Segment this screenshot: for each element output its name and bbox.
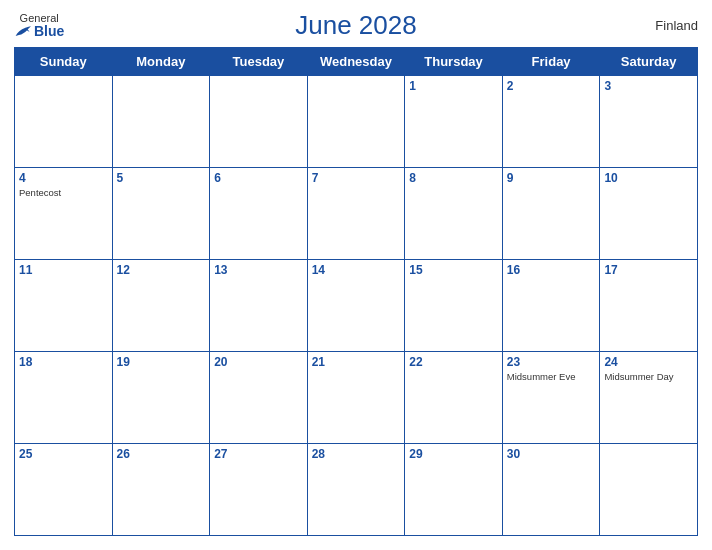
day-number: 9	[507, 171, 596, 185]
calendar-cell: 27	[210, 444, 308, 536]
header-sunday: Sunday	[15, 48, 113, 76]
calendar-cell: 12	[112, 260, 210, 352]
header-tuesday: Tuesday	[210, 48, 308, 76]
day-number: 8	[409, 171, 498, 185]
day-number: 30	[507, 447, 596, 461]
holiday-name: Midsummer Day	[604, 371, 693, 382]
logo: General Blue	[14, 13, 64, 38]
calendar-cell: 10	[600, 168, 698, 260]
calendar-cell: 28	[307, 444, 405, 536]
calendar-wrapper: General Blue June 2028 Finland Sunday Mo…	[0, 0, 712, 550]
holiday-name: Midsummer Eve	[507, 371, 596, 382]
header-wednesday: Wednesday	[307, 48, 405, 76]
header-saturday: Saturday	[600, 48, 698, 76]
day-number: 26	[117, 447, 206, 461]
day-number: 22	[409, 355, 498, 369]
calendar-cell: 20	[210, 352, 308, 444]
day-number: 1	[409, 79, 498, 93]
calendar-cell	[210, 76, 308, 168]
calendar-cell: 21	[307, 352, 405, 444]
day-number: 16	[507, 263, 596, 277]
holiday-name: Pentecost	[19, 187, 108, 198]
day-number: 14	[312, 263, 401, 277]
day-number: 15	[409, 263, 498, 277]
calendar-cell: 25	[15, 444, 113, 536]
day-number: 23	[507, 355, 596, 369]
calendar-week-row: 4Pentecost5678910	[15, 168, 698, 260]
calendar-cell: 11	[15, 260, 113, 352]
header-monday: Monday	[112, 48, 210, 76]
calendar-cell: 26	[112, 444, 210, 536]
calendar-cell: 13	[210, 260, 308, 352]
calendar-week-row: 252627282930	[15, 444, 698, 536]
calendar-header: General Blue June 2028 Finland	[14, 10, 698, 41]
calendar-cell	[15, 76, 113, 168]
day-number: 17	[604, 263, 693, 277]
day-number: 29	[409, 447, 498, 461]
calendar-week-row: 181920212223Midsummer Eve24Midsummer Day	[15, 352, 698, 444]
weekday-header-row: Sunday Monday Tuesday Wednesday Thursday…	[15, 48, 698, 76]
logo-blue-text: Blue	[14, 24, 64, 38]
day-number: 24	[604, 355, 693, 369]
calendar-cell: 4Pentecost	[15, 168, 113, 260]
header-friday: Friday	[502, 48, 600, 76]
header-thursday: Thursday	[405, 48, 503, 76]
day-number: 3	[604, 79, 693, 93]
calendar-week-row: 11121314151617	[15, 260, 698, 352]
calendar-cell	[307, 76, 405, 168]
calendar-cell: 15	[405, 260, 503, 352]
day-number: 27	[214, 447, 303, 461]
day-number: 5	[117, 171, 206, 185]
calendar-cell: 3	[600, 76, 698, 168]
calendar-cell: 6	[210, 168, 308, 260]
calendar-cell: 19	[112, 352, 210, 444]
calendar-cell: 29	[405, 444, 503, 536]
day-number: 4	[19, 171, 108, 185]
country-label: Finland	[655, 18, 698, 33]
calendar-cell: 8	[405, 168, 503, 260]
day-number: 25	[19, 447, 108, 461]
calendar-cell: 30	[502, 444, 600, 536]
calendar-title: June 2028	[295, 10, 416, 41]
day-number: 20	[214, 355, 303, 369]
calendar-cell	[600, 444, 698, 536]
calendar-cell: 1	[405, 76, 503, 168]
calendar-cell: 24Midsummer Day	[600, 352, 698, 444]
calendar-cell: 7	[307, 168, 405, 260]
calendar-week-row: 123	[15, 76, 698, 168]
logo-bird-icon	[14, 24, 32, 38]
day-number: 21	[312, 355, 401, 369]
calendar-cell: 2	[502, 76, 600, 168]
calendar-cell: 9	[502, 168, 600, 260]
calendar-table: Sunday Monday Tuesday Wednesday Thursday…	[14, 47, 698, 536]
day-number: 7	[312, 171, 401, 185]
day-number: 11	[19, 263, 108, 277]
calendar-cell: 5	[112, 168, 210, 260]
day-number: 10	[604, 171, 693, 185]
calendar-cell: 14	[307, 260, 405, 352]
day-number: 13	[214, 263, 303, 277]
day-number: 28	[312, 447, 401, 461]
calendar-cell: 22	[405, 352, 503, 444]
calendar-cell: 17	[600, 260, 698, 352]
day-number: 19	[117, 355, 206, 369]
day-number: 12	[117, 263, 206, 277]
day-number: 18	[19, 355, 108, 369]
day-number: 2	[507, 79, 596, 93]
calendar-cell: 23Midsummer Eve	[502, 352, 600, 444]
day-number: 6	[214, 171, 303, 185]
calendar-cell: 18	[15, 352, 113, 444]
calendar-cell: 16	[502, 260, 600, 352]
calendar-cell	[112, 76, 210, 168]
